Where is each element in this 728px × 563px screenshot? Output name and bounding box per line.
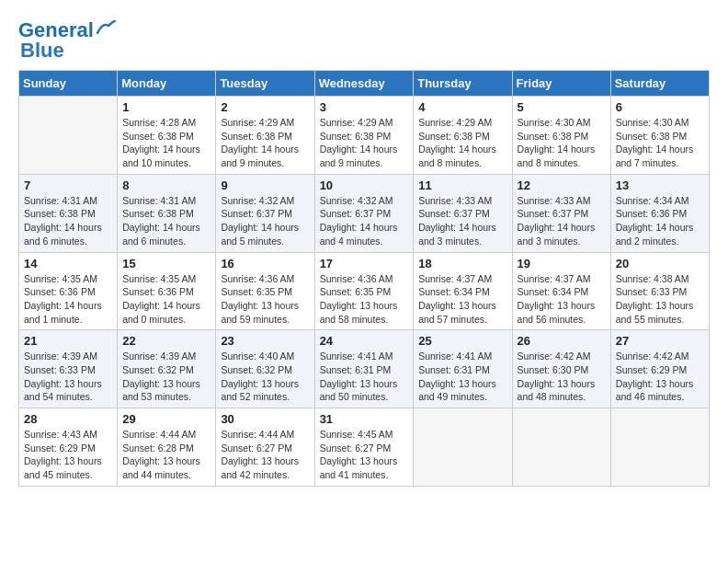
day-number: 26 — [518, 334, 606, 348]
logo-bird-icon — [96, 20, 116, 37]
day-number: 23 — [221, 334, 309, 348]
day-number: 28 — [24, 412, 112, 426]
day-number: 5 — [518, 100, 606, 114]
day-number: 21 — [24, 334, 112, 348]
calendar-cell: 10Sunrise: 4:32 AMSunset: 6:37 PMDayligh… — [314, 174, 414, 252]
day-info: Sunrise: 4:44 AMSunset: 6:28 PMDaylight:… — [122, 428, 210, 482]
weekday-header-friday: Friday — [512, 71, 610, 97]
day-info: Sunrise: 4:33 AMSunset: 6:37 PMDaylight:… — [518, 194, 606, 248]
calendar-cell — [512, 408, 610, 487]
week-row-4: 21Sunrise: 4:39 AMSunset: 6:33 PMDayligh… — [19, 330, 710, 408]
week-row-3: 14Sunrise: 4:35 AMSunset: 6:36 PMDayligh… — [19, 252, 710, 330]
day-info: Sunrise: 4:39 AMSunset: 6:32 PMDaylight:… — [122, 350, 210, 404]
calendar-cell — [414, 408, 512, 487]
day-number: 29 — [122, 412, 210, 426]
weekday-header-wednesday: Wednesday — [314, 71, 414, 97]
weekday-header-saturday: Saturday — [610, 71, 709, 97]
day-info: Sunrise: 4:31 AMSunset: 6:38 PMDaylight:… — [24, 194, 112, 248]
day-info: Sunrise: 4:35 AMSunset: 6:36 PMDaylight:… — [24, 272, 112, 327]
calendar-cell: 14Sunrise: 4:35 AMSunset: 6:36 PMDayligh… — [19, 252, 118, 330]
day-info: Sunrise: 4:33 AMSunset: 6:37 PMDaylight:… — [418, 194, 506, 248]
day-number: 19 — [518, 257, 606, 270]
day-number: 24 — [320, 334, 409, 348]
logo-blue: Blue — [20, 39, 64, 63]
day-number: 16 — [221, 257, 309, 270]
calendar-cell: 31Sunrise: 4:45 AMSunset: 6:27 PMDayligh… — [314, 408, 414, 487]
weekday-header-tuesday: Tuesday — [216, 71, 314, 97]
day-number: 9 — [221, 178, 309, 192]
calendar-cell: 1Sunrise: 4:28 AMSunset: 6:38 PMDaylight… — [118, 97, 216, 175]
day-info: Sunrise: 4:42 AMSunset: 6:29 PMDaylight:… — [616, 350, 704, 404]
weekday-header-monday: Monday — [118, 71, 216, 97]
day-info: Sunrise: 4:30 AMSunset: 6:38 PMDaylight:… — [616, 116, 704, 170]
calendar-cell: 6Sunrise: 4:30 AMSunset: 6:38 PMDaylight… — [610, 97, 709, 175]
calendar-cell: 15Sunrise: 4:35 AMSunset: 6:36 PMDayligh… — [118, 252, 216, 330]
calendar-cell: 12Sunrise: 4:33 AMSunset: 6:37 PMDayligh… — [512, 174, 610, 252]
calendar-cell — [610, 408, 709, 487]
calendar-cell: 13Sunrise: 4:34 AMSunset: 6:36 PMDayligh… — [610, 174, 709, 252]
calendar-cell: 23Sunrise: 4:40 AMSunset: 6:32 PMDayligh… — [216, 330, 314, 408]
calendar-cell: 19Sunrise: 4:37 AMSunset: 6:34 PMDayligh… — [512, 252, 610, 330]
day-info: Sunrise: 4:32 AMSunset: 6:37 PMDaylight:… — [221, 194, 309, 248]
day-info: Sunrise: 4:31 AMSunset: 6:38 PMDaylight:… — [122, 194, 210, 248]
week-row-5: 28Sunrise: 4:43 AMSunset: 6:29 PMDayligh… — [19, 408, 710, 487]
calendar-cell: 16Sunrise: 4:36 AMSunset: 6:35 PMDayligh… — [216, 252, 314, 330]
calendar-cell: 27Sunrise: 4:42 AMSunset: 6:29 PMDayligh… — [610, 330, 709, 408]
calendar-cell: 11Sunrise: 4:33 AMSunset: 6:37 PMDayligh… — [414, 174, 512, 252]
day-number: 1 — [122, 100, 210, 114]
calendar-table: SundayMondayTuesdayWednesdayThursdayFrid… — [18, 70, 710, 487]
day-number: 27 — [616, 334, 704, 348]
day-info: Sunrise: 4:34 AMSunset: 6:36 PMDaylight:… — [616, 194, 704, 248]
week-row-1: 1Sunrise: 4:28 AMSunset: 6:38 PMDaylight… — [19, 97, 710, 175]
calendar-cell: 30Sunrise: 4:44 AMSunset: 6:27 PMDayligh… — [216, 408, 314, 487]
day-info: Sunrise: 4:45 AMSunset: 6:27 PMDaylight:… — [320, 428, 409, 482]
day-number: 2 — [221, 100, 309, 114]
day-info: Sunrise: 4:36 AMSunset: 6:35 PMDaylight:… — [221, 272, 309, 327]
calendar-cell: 5Sunrise: 4:30 AMSunset: 6:38 PMDaylight… — [512, 97, 610, 175]
day-info: Sunrise: 4:41 AMSunset: 6:31 PMDaylight:… — [320, 350, 409, 404]
day-info: Sunrise: 4:32 AMSunset: 6:37 PMDaylight:… — [320, 194, 409, 248]
day-info: Sunrise: 4:29 AMSunset: 6:38 PMDaylight:… — [418, 116, 506, 170]
day-number: 6 — [616, 100, 704, 114]
day-info: Sunrise: 4:30 AMSunset: 6:38 PMDaylight:… — [518, 116, 606, 170]
calendar-cell: 3Sunrise: 4:29 AMSunset: 6:38 PMDaylight… — [314, 97, 414, 175]
calendar-cell: 24Sunrise: 4:41 AMSunset: 6:31 PMDayligh… — [314, 330, 414, 408]
day-info: Sunrise: 4:38 AMSunset: 6:33 PMDaylight:… — [616, 272, 704, 327]
day-info: Sunrise: 4:28 AMSunset: 6:38 PMDaylight:… — [122, 116, 210, 170]
calendar-cell: 21Sunrise: 4:39 AMSunset: 6:33 PMDayligh… — [19, 330, 118, 408]
day-number: 25 — [418, 334, 506, 348]
calendar-cell: 22Sunrise: 4:39 AMSunset: 6:32 PMDayligh… — [118, 330, 216, 408]
calendar-cell: 2Sunrise: 4:29 AMSunset: 6:38 PMDaylight… — [216, 97, 314, 175]
day-number: 31 — [320, 412, 409, 426]
day-number: 12 — [518, 178, 606, 192]
day-info: Sunrise: 4:29 AMSunset: 6:38 PMDaylight:… — [221, 116, 309, 170]
calendar-cell: 7Sunrise: 4:31 AMSunset: 6:38 PMDaylight… — [19, 174, 118, 252]
day-number: 8 — [122, 178, 210, 192]
day-info: Sunrise: 4:37 AMSunset: 6:34 PMDaylight:… — [418, 272, 506, 327]
calendar-cell: 29Sunrise: 4:44 AMSunset: 6:28 PMDayligh… — [118, 408, 216, 487]
day-number: 10 — [320, 178, 409, 192]
day-number: 30 — [221, 412, 309, 426]
weekday-header-row: SundayMondayTuesdayWednesdayThursdayFrid… — [19, 71, 710, 97]
day-number: 17 — [320, 257, 409, 270]
day-number: 18 — [418, 257, 506, 270]
day-info: Sunrise: 4:44 AMSunset: 6:27 PMDaylight:… — [221, 428, 309, 482]
day-number: 22 — [122, 334, 210, 348]
calendar-cell: 18Sunrise: 4:37 AMSunset: 6:34 PMDayligh… — [414, 252, 512, 330]
day-info: Sunrise: 4:43 AMSunset: 6:29 PMDaylight:… — [24, 428, 112, 482]
day-number: 13 — [616, 178, 704, 192]
day-number: 3 — [320, 100, 409, 114]
day-info: Sunrise: 4:41 AMSunset: 6:31 PMDaylight:… — [418, 350, 506, 404]
page-header: General Blue — [18, 18, 710, 63]
calendar-cell: 25Sunrise: 4:41 AMSunset: 6:31 PMDayligh… — [414, 330, 512, 408]
week-row-2: 7Sunrise: 4:31 AMSunset: 6:38 PMDaylight… — [19, 174, 710, 252]
day-number: 11 — [418, 178, 506, 192]
day-number: 15 — [122, 257, 210, 270]
day-info: Sunrise: 4:42 AMSunset: 6:30 PMDaylight:… — [518, 350, 606, 404]
calendar-cell: 20Sunrise: 4:38 AMSunset: 6:33 PMDayligh… — [610, 252, 709, 330]
day-info: Sunrise: 4:40 AMSunset: 6:32 PMDaylight:… — [221, 350, 309, 404]
weekday-header-sunday: Sunday — [19, 71, 118, 97]
day-number: 7 — [24, 178, 112, 192]
day-info: Sunrise: 4:37 AMSunset: 6:34 PMDaylight:… — [518, 272, 606, 327]
day-number: 14 — [24, 257, 112, 270]
